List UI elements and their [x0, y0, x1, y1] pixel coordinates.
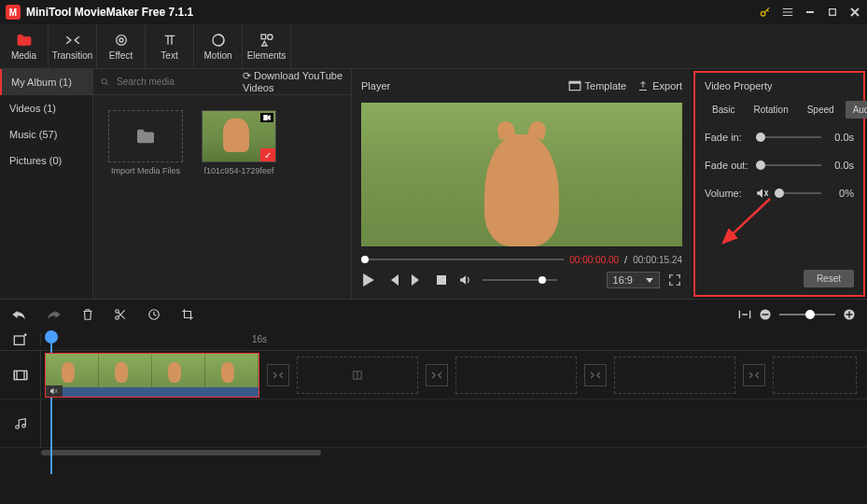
empty-clip-slot[interactable]	[614, 357, 735, 394]
redo-button[interactable]	[47, 308, 62, 321]
fade-in-label: Fade in:	[705, 132, 749, 143]
fade-out-slider[interactable]	[756, 164, 821, 166]
tab-basic[interactable]: Basic	[705, 101, 742, 119]
reset-button[interactable]: Reset	[804, 270, 854, 287]
transition-icon	[64, 32, 81, 49]
clip-mute-icon[interactable]	[46, 385, 63, 397]
zoom-slider[interactable]	[779, 314, 835, 315]
seek-bar[interactable]	[361, 259, 564, 260]
transition-slot[interactable]	[584, 364, 607, 386]
svg-rect-19	[848, 311, 849, 317]
player-panel: Player Template Export 00:00:00.00 / 00:…	[351, 69, 692, 299]
app-logo: M	[6, 5, 21, 20]
timeline-scrollbar[interactable]	[0, 448, 867, 457]
media-panel: ⟳Download YouTube Videos Import Media Fi…	[93, 69, 351, 299]
sidebar-item-pictures[interactable]: Pictures (0)	[0, 147, 92, 174]
tab-media[interactable]: Media	[0, 24, 49, 68]
minimize-button[interactable]	[804, 6, 817, 19]
export-button[interactable]: Export	[637, 80, 682, 91]
folder-icon	[135, 128, 156, 145]
sidebar: My Album (1) Videos (1) Music (57) Pictu…	[0, 69, 93, 299]
playhead[interactable]	[45, 330, 58, 343]
main-toolbar: Media Transition Effect Text Motion Elem…	[0, 24, 867, 69]
menu-icon[interactable]	[781, 6, 794, 19]
split-button[interactable]	[114, 308, 127, 321]
video-preview[interactable]	[361, 103, 682, 246]
transition-slot[interactable]	[743, 364, 765, 386]
folder-icon	[16, 32, 33, 49]
volume-button[interactable]	[458, 273, 473, 287]
media-clip[interactable]: ✓ f101c954-1729feef	[202, 110, 276, 175]
player-title: Player	[361, 80, 390, 91]
checkmark-icon: ✓	[260, 148, 275, 161]
key-icon[interactable]	[759, 6, 772, 19]
fade-out-label: Fade out:	[705, 160, 749, 171]
fit-button[interactable]	[738, 309, 751, 320]
tab-effect[interactable]: Effect	[97, 24, 146, 68]
svg-point-23	[15, 425, 19, 428]
close-button[interactable]	[848, 6, 861, 19]
svg-rect-16	[762, 314, 769, 315]
speed-button[interactable]	[147, 308, 161, 321]
svg-point-3	[119, 38, 123, 42]
time-current: 00:00:00.00	[569, 255, 619, 265]
time-total: 00:00:15.24	[633, 255, 682, 265]
sidebar-item-music[interactable]: Music (57)	[0, 121, 92, 147]
crop-button[interactable]	[181, 308, 194, 321]
mute-icon[interactable]	[756, 188, 769, 199]
volume-value: 0%	[828, 188, 854, 199]
fullscreen-button[interactable]	[667, 273, 682, 287]
import-media-button[interactable]: Import Media Files	[108, 110, 183, 175]
search-input[interactable]	[117, 77, 235, 87]
volume-slider[interactable]	[482, 279, 557, 281]
tab-transition[interactable]: Transition	[49, 24, 97, 68]
volume-slider-prop[interactable]	[775, 192, 821, 194]
fade-in-slider[interactable]	[756, 136, 821, 138]
fade-in-value: 0.0s	[828, 132, 854, 143]
titlebar: M MiniTool MovieMaker Free 7.1.1	[0, 0, 867, 24]
add-track-button[interactable]	[0, 333, 41, 346]
svg-point-24	[21, 424, 25, 427]
empty-clip-slot[interactable]	[455, 357, 577, 394]
elements-icon	[259, 32, 274, 49]
zoom-in-button[interactable]	[843, 308, 856, 321]
sidebar-album[interactable]: My Album (1)	[0, 69, 92, 95]
maximize-button[interactable]	[826, 6, 839, 19]
video-track-icon	[0, 351, 41, 399]
svg-point-7	[102, 78, 106, 83]
prev-frame-button[interactable]	[385, 273, 400, 287]
transition-slot[interactable]	[267, 364, 289, 386]
annotation-arrow	[714, 194, 779, 250]
tab-rotation[interactable]: Rotation	[746, 101, 795, 119]
play-button[interactable]	[361, 273, 376, 287]
tab-text[interactable]: Text	[146, 24, 194, 68]
empty-clip-slot[interactable]	[773, 357, 857, 394]
next-frame-button[interactable]	[410, 273, 425, 287]
effect-icon	[114, 32, 129, 49]
svg-point-2	[116, 35, 126, 46]
tab-motion[interactable]: Motion	[194, 24, 243, 68]
audio-track[interactable]	[41, 399, 867, 447]
action-bar	[0, 299, 867, 329]
tab-audio[interactable]: Audio	[846, 101, 867, 119]
zoom-out-button[interactable]	[759, 308, 772, 321]
template-icon	[568, 80, 581, 91]
sidebar-item-videos[interactable]: Videos (1)	[0, 95, 92, 121]
property-panel: Video Property Basic Rotation Speed Audi…	[693, 71, 865, 297]
empty-clip-slot[interactable]	[297, 357, 418, 394]
tab-elements[interactable]: Elements	[243, 24, 291, 68]
delete-button[interactable]	[82, 308, 93, 321]
audio-track-icon	[0, 399, 41, 447]
svg-rect-9	[569, 83, 580, 91]
volume-label: Volume:	[705, 188, 749, 199]
svg-rect-1	[830, 9, 836, 16]
property-title: Video Property	[705, 80, 854, 91]
undo-button[interactable]	[11, 308, 26, 321]
stop-button[interactable]	[434, 273, 449, 287]
transition-slot[interactable]	[426, 364, 448, 386]
aspect-ratio-select[interactable]: 16:9	[607, 272, 660, 288]
timeline-clip[interactable]	[45, 353, 259, 398]
template-button[interactable]: Template	[568, 80, 627, 91]
download-youtube-link[interactable]: ⟳Download YouTube Videos	[243, 70, 343, 93]
tab-speed[interactable]: Speed	[800, 101, 842, 119]
